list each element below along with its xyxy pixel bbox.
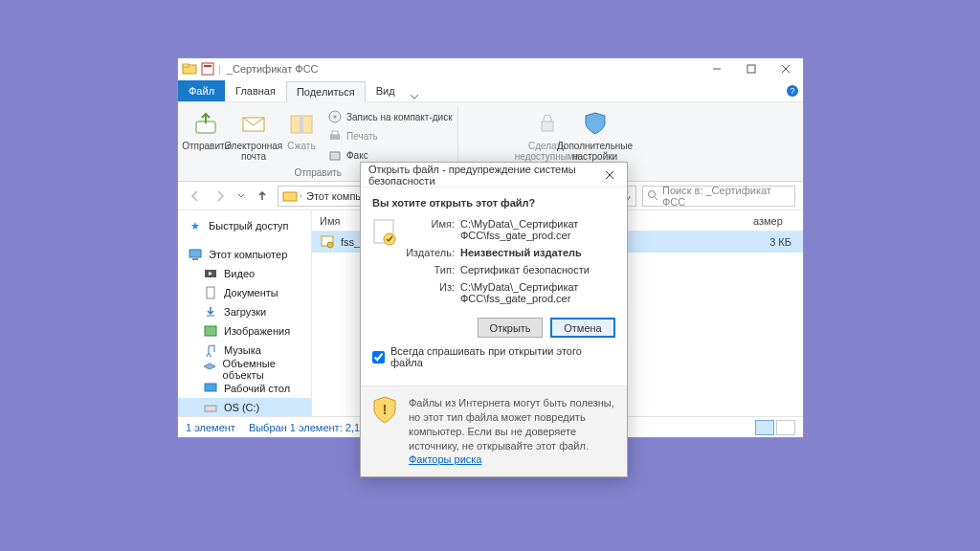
- label-name: Имя:: [403, 218, 455, 241]
- email-icon: [238, 108, 269, 139]
- nav-forward-button[interactable]: [211, 187, 230, 206]
- nav-videos[interactable]: Видео: [178, 264, 311, 283]
- cancel-button[interactable]: Отмена: [550, 318, 615, 338]
- share-icon: [190, 108, 221, 139]
- value-publisher: Неизвестный издатель: [460, 247, 615, 258]
- fax-icon: [327, 147, 343, 163]
- nav-this-pc[interactable]: Этот компьютер: [178, 245, 311, 264]
- file-type-icon: [372, 218, 403, 310]
- share-button[interactable]: Отправить: [184, 104, 228, 151]
- svg-rect-24: [192, 258, 198, 260]
- music-icon: [203, 342, 218, 358]
- col-size[interactable]: азмер: [746, 210, 803, 231]
- dialog-question: Вы хотите открыть этот файл?: [372, 197, 615, 209]
- nav-documents[interactable]: Документы: [178, 283, 311, 302]
- shield-warning-icon: !: [372, 396, 399, 467]
- always-ask-input[interactable]: [372, 351, 385, 364]
- email-button[interactable]: Электронная почта: [232, 104, 276, 162]
- burn-button[interactable]: Запись на компакт-диск: [327, 108, 453, 125]
- always-ask-checkbox[interactable]: Всегда спрашивать при открытии этого фай…: [372, 345, 615, 368]
- svg-text:!: !: [383, 401, 388, 417]
- tab-view[interactable]: Вид: [366, 80, 406, 101]
- value-name: C:\MyData\_Сертификат ФСС\fss_gate_prod.…: [460, 218, 615, 241]
- share-label: Отправить: [182, 141, 230, 151]
- maximize-button[interactable]: [734, 58, 768, 79]
- folder-icon: [282, 188, 298, 204]
- svg-rect-17: [332, 131, 338, 135]
- nav-music[interactable]: Музыка: [178, 341, 311, 360]
- zip-label: Сжать: [287, 141, 315, 151]
- dialog-body: Вы хотите открыть этот файл? Имя:C:\MyDa…: [361, 187, 627, 386]
- chevron-right-icon[interactable]: ›: [300, 191, 302, 201]
- svg-rect-18: [330, 152, 340, 160]
- nav-desktop[interactable]: Рабочий стол: [178, 379, 311, 398]
- nav-os-drive[interactable]: OS (C:): [178, 398, 311, 416]
- value-type: Сертификат безопасности: [460, 264, 615, 276]
- restrict-button[interactable]: Сделать недоступными: [525, 104, 569, 162]
- security-warning-dialog: Открыть файл - предупреждение системы бе…: [360, 162, 628, 477]
- nav-tree[interactable]: ★Быстрый доступ Этот компьютер Видео Док…: [178, 210, 312, 416]
- search-input[interactable]: Поиск в: _Сертификат ФСС: [642, 186, 795, 207]
- email-label: Электронная почта: [225, 141, 282, 162]
- download-icon: [203, 304, 218, 320]
- svg-rect-1: [183, 64, 189, 67]
- window-buttons: [700, 58, 803, 79]
- search-icon: [647, 189, 658, 203]
- svg-rect-3: [204, 65, 212, 67]
- open-button[interactable]: Открыть: [478, 318, 543, 338]
- desktop-icon: [203, 381, 218, 396]
- svg-rect-30: [205, 406, 216, 411]
- dialog-warning-footer: ! Файлы из Интернета могут быть полезны,…: [361, 386, 627, 476]
- nav-recent-button[interactable]: [235, 187, 247, 206]
- window-title: _Сертификат ФСС: [227, 63, 319, 75]
- nav-3d-objects[interactable]: Объемные объекты: [178, 360, 311, 379]
- warning-text: Файлы из Интернета могут быть полезны, н…: [409, 396, 615, 467]
- nav-pictures[interactable]: Изображения: [178, 321, 311, 341]
- video-icon: [203, 266, 218, 281]
- ribbon-tabs: Файл Главная Поделиться Вид ?: [178, 79, 803, 101]
- nav-up-button[interactable]: [253, 187, 272, 206]
- svg-text:?: ?: [790, 86, 794, 96]
- svg-rect-23: [189, 250, 201, 257]
- always-ask-label: Всегда спрашивать при открытии этого фай…: [390, 345, 615, 368]
- file-size: 3 КБ: [769, 236, 791, 248]
- nav-quick-access[interactable]: ★Быстрый доступ: [178, 216, 311, 235]
- minimize-button[interactable]: [700, 58, 734, 79]
- zip-icon: [286, 108, 317, 139]
- drive-icon: [203, 400, 218, 415]
- star-icon: ★: [188, 218, 203, 233]
- print-button[interactable]: Печать: [327, 127, 453, 144]
- view-icons-button[interactable]: [776, 420, 795, 435]
- zip-button[interactable]: Сжать: [279, 104, 323, 151]
- ribbon-collapse-button[interactable]: [406, 92, 423, 101]
- certificate-icon: [320, 234, 335, 250]
- label-from: Из:: [403, 281, 455, 304]
- nav-back-button[interactable]: [186, 187, 205, 206]
- view-details-button[interactable]: [755, 420, 774, 435]
- risk-factors-link[interactable]: Факторы риска: [409, 453, 481, 465]
- svg-point-15: [334, 116, 337, 119]
- svg-rect-20: [283, 192, 297, 201]
- close-button[interactable]: [768, 58, 803, 79]
- svg-point-37: [327, 242, 333, 248]
- dialog-close-button[interactable]: [600, 165, 619, 185]
- search-placeholder: Поиск в: _Сертификат ФСС: [662, 185, 791, 208]
- fax-label: Факс: [346, 150, 368, 161]
- dialog-titlebar: Открыть файл - предупреждение системы бе…: [361, 163, 627, 187]
- document-icon: [203, 285, 218, 300]
- svg-rect-28: [205, 326, 216, 336]
- help-button[interactable]: ?: [782, 80, 803, 101]
- label-type: Тип:: [403, 264, 455, 276]
- tab-file[interactable]: Файл: [178, 80, 225, 101]
- properties-icon[interactable]: [201, 62, 214, 76]
- dialog-title: Открыть файл - предупреждение системы бе…: [368, 164, 600, 187]
- cube-icon: [203, 362, 217, 377]
- svg-rect-26: [207, 287, 214, 298]
- pc-icon: [188, 247, 203, 262]
- nav-downloads[interactable]: Загрузки: [178, 302, 311, 321]
- quick-access-toolbar: |: [178, 61, 221, 77]
- shield-settings-icon: [580, 108, 611, 139]
- tab-share[interactable]: Поделиться: [286, 81, 366, 102]
- tab-home[interactable]: Главная: [225, 80, 286, 101]
- svg-line-22: [655, 197, 657, 200]
